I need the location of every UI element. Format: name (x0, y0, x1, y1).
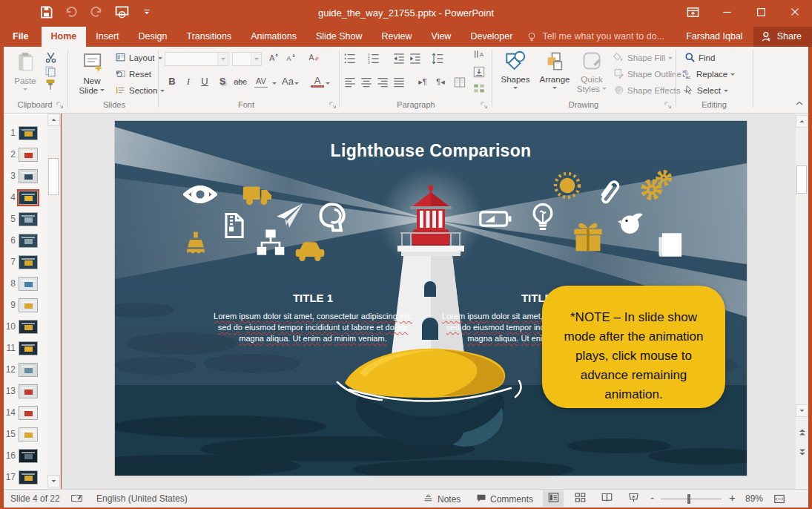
scrollbar-thumb[interactable] (796, 165, 807, 194)
language-indicator[interactable]: English (United States) (96, 493, 188, 504)
minimize-icon[interactable] (710, 0, 744, 24)
bird-icon[interactable] (616, 207, 647, 241)
slide-thumbnail-image[interactable] (19, 320, 38, 334)
slide-thumbnail-image[interactable] (19, 126, 38, 140)
slide-thumbnail-image[interactable] (19, 406, 38, 420)
align-right-icon[interactable] (376, 76, 389, 88)
zoom-slider-handle[interactable] (687, 494, 690, 504)
slide-title[interactable]: Lighthouse Comparison (115, 141, 747, 161)
slide-thumbnail-10[interactable]: 10 (4, 317, 47, 336)
slide-thumbnail-14[interactable]: 14 (4, 403, 47, 422)
slide-thumbnail-17[interactable]: 17 (4, 467, 47, 487)
font-size-combobox[interactable] (232, 52, 262, 66)
quick-styles-button[interactable]: QuickStyles (575, 48, 609, 96)
tab-review[interactable]: Review (372, 27, 422, 47)
copy-icon[interactable] (44, 65, 57, 77)
drawing-dialog-launcher-icon[interactable] (664, 101, 673, 110)
brush-icon[interactable] (182, 231, 210, 262)
increase-indent-icon[interactable] (409, 52, 422, 65)
font-dialog-launcher-icon[interactable] (329, 101, 337, 110)
text-shadow-button[interactable]: S (216, 75, 229, 88)
italic-button[interactable]: I (182, 75, 195, 88)
find-button[interactable]: Find (684, 51, 715, 65)
slide-thumbnail-11[interactable]: 11 (4, 338, 47, 358)
convert-smartart-icon[interactable] (472, 82, 486, 94)
zoom-in-button[interactable]: + (729, 491, 736, 504)
zip-file-icon[interactable] (220, 211, 248, 243)
previous-slide-icon[interactable] (796, 425, 808, 438)
align-center-icon[interactable] (360, 76, 373, 88)
ribbon-display-options-icon[interactable] (676, 0, 710, 24)
font-name-combobox[interactable] (165, 52, 228, 66)
tab-animations[interactable]: Animations (241, 27, 306, 47)
tab-insert[interactable]: Insert (86, 27, 128, 47)
share-button[interactable]: Share (753, 27, 812, 47)
close-icon[interactable] (778, 0, 812, 24)
change-case-arrow-icon[interactable] (294, 82, 299, 87)
shape-effects-button[interactable]: Shape Effects (613, 84, 687, 97)
column-1[interactable]: TITLE 1 Lorem ipsum dolor sit amet, cons… (213, 292, 413, 344)
format-painter-icon[interactable] (44, 78, 57, 91)
slide-thumbnail-16[interactable]: 16 (4, 446, 47, 465)
fit-to-window-icon[interactable] (773, 493, 785, 507)
gift-icon[interactable] (572, 221, 604, 257)
bold-button[interactable]: B (165, 75, 179, 88)
slide-thumbnail-image[interactable] (19, 427, 38, 441)
thumb-scroll-up-icon[interactable] (47, 114, 60, 126)
paperclip-icon[interactable] (593, 178, 623, 211)
slide-sorter-view-icon[interactable] (570, 490, 590, 507)
character-spacing-button[interactable]: AV (254, 75, 268, 88)
shape-fill-button[interactable]: Shape Fill (613, 51, 673, 65)
slide-thumbnail-image[interactable] (19, 212, 38, 226)
tab-view[interactable]: View (422, 27, 461, 47)
zoom-out-button[interactable]: - (650, 491, 654, 504)
collapse-ribbon-icon[interactable] (794, 99, 805, 109)
shape-outline-button[interactable]: Shape Outline (613, 68, 689, 81)
slide-number-indicator[interactable]: Slide 4 of 22 (10, 493, 60, 504)
slide-thumbnail-image[interactable] (19, 363, 38, 377)
slide-thumbnail-2[interactable]: 2 (4, 145, 47, 164)
org-chart-icon[interactable] (256, 228, 285, 260)
tab-slide-show[interactable]: Slide Show (306, 27, 372, 47)
clipboard-dialog-launcher-icon[interactable] (56, 101, 65, 110)
columns-icon[interactable] (453, 76, 466, 88)
eye-icon[interactable] (183, 177, 217, 214)
comments-button[interactable]: Comments (476, 493, 533, 505)
normal-view-icon[interactable] (543, 490, 564, 507)
slide-thumbnail-1[interactable]: 1 (4, 123, 47, 142)
slide-thumbnail-12[interactable]: 12 (4, 360, 47, 379)
increase-font-size-icon[interactable]: A (268, 52, 281, 65)
slide-thumbnail-9[interactable]: 9 (4, 295, 47, 315)
align-left-icon[interactable] (343, 76, 357, 88)
font-color-button[interactable]: A (311, 75, 324, 88)
ltr-paragraph-icon[interactable]: ▸¶ (416, 76, 429, 88)
text-direction-icon[interactable]: A (472, 49, 486, 62)
strikethrough-button[interactable]: abc (234, 75, 247, 88)
zoom-slider-track[interactable] (661, 499, 722, 499)
reset-button[interactable]: Reset (115, 68, 151, 81)
slide-thumbnail-image[interactable] (19, 234, 38, 248)
gears-icon[interactable] (640, 169, 673, 205)
line-spacing-icon[interactable] (431, 52, 444, 65)
slide-thumbnail-image[interactable] (19, 384, 38, 398)
tab-home[interactable]: Home (42, 27, 87, 47)
new-slide-button[interactable]: NewSlide (75, 48, 109, 96)
slide-thumbnail-image[interactable] (19, 255, 38, 269)
align-text-icon[interactable] (472, 65, 486, 78)
underline-button[interactable]: U (198, 75, 211, 88)
battery-icon[interactable] (479, 203, 512, 238)
slideshow-view-icon[interactable] (623, 490, 644, 507)
slide-thumbnail-image[interactable] (19, 298, 38, 312)
tab-transitions[interactable]: Transitions (176, 27, 241, 47)
tab-design[interactable]: Design (129, 27, 177, 47)
slide-thumbnail-image[interactable] (19, 191, 38, 205)
clear-formatting-icon[interactable]: A (308, 52, 321, 65)
decrease-indent-icon[interactable] (392, 52, 406, 65)
slide-thumbnail-8[interactable]: 8 (4, 274, 47, 293)
scroll-down-icon[interactable] (796, 404, 808, 417)
slide-thumbnail-3[interactable]: 3 (4, 166, 47, 185)
shapes-button[interactable]: Shapes (498, 48, 533, 96)
bullets-icon[interactable] (343, 52, 357, 65)
character-spacing-arrow-icon[interactable] (272, 82, 277, 87)
font-color-arrow-icon[interactable] (326, 82, 330, 87)
